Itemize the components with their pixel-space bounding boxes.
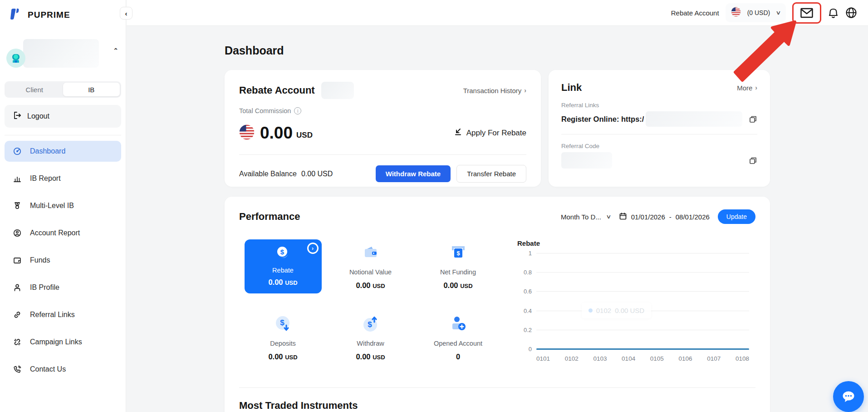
withdraw-rebate-button[interactable]: Withdraw Rebate <box>376 165 451 182</box>
dashboard-icon <box>12 147 22 156</box>
svg-text:$: $ <box>368 320 372 329</box>
metric-unit: USD <box>460 283 472 289</box>
available-balance-label: Available Balance <box>239 170 297 178</box>
transaction-history-link[interactable]: Transaction History › <box>463 87 526 94</box>
dollar-down-arrow-icon: $ <box>273 313 294 334</box>
sidebar-item-dashboard[interactable]: Dashboard <box>5 141 121 162</box>
date-range-select[interactable]: Month To D... ∨ <box>561 213 611 221</box>
y-axis-tick: 0 <box>517 346 532 352</box>
info-icon[interactable]: i <box>294 107 301 114</box>
rebate-card-title: Rebate Account <box>239 84 315 96</box>
sidebar-item-account-report[interactable]: Account Report <box>5 223 121 243</box>
metric-label: Notional Value <box>349 268 392 276</box>
language-globe-icon[interactable] <box>845 7 857 19</box>
link-icon <box>12 310 22 319</box>
metrics-grid: › $ Rebate 0.00 USD <box>239 239 502 366</box>
metric-withdraw[interactable]: $ Withdraw 0.00 USD <box>327 311 414 366</box>
sidebar-item-campaign-links[interactable]: Campaign Links <box>5 332 121 352</box>
brand-name: PUPRIME <box>28 10 70 20</box>
chart-gridline: 0.6 <box>517 291 749 292</box>
sidebar-item-label: Contact Us <box>30 365 66 373</box>
wallet-blue-icon <box>361 242 381 263</box>
sidebar-collapse-button[interactable]: ‹ <box>120 7 132 20</box>
referral-code-label: Referral Code <box>561 143 757 149</box>
mail-icon[interactable] <box>800 7 814 19</box>
sidebar-item-funds[interactable]: Funds <box>5 250 121 271</box>
account-balance-dropdown[interactable]: (0 USD) ∨ <box>726 3 786 22</box>
date-separator: - <box>669 213 672 221</box>
notifications-bell-icon[interactable] <box>828 7 839 19</box>
copy-referral-code-button[interactable] <box>749 156 757 165</box>
sidebar-divider <box>5 135 121 135</box>
section-divider <box>239 387 755 388</box>
apply-for-rebate-link[interactable]: Apply For Rebate <box>454 128 526 139</box>
more-link[interactable]: More › <box>737 84 757 92</box>
metric-value: 0 <box>456 352 460 361</box>
account-balance-value: (0 USD) <box>747 9 770 16</box>
chat-bubble-icon <box>840 388 857 405</box>
gridline <box>536 291 749 292</box>
y-axis-tick: 1 <box>517 250 532 257</box>
chart-gridline: 0 <box>517 349 749 349</box>
medal-icon <box>12 201 22 210</box>
sidebar: PUPRIME ⌃ Client IB Logout <box>0 0 126 412</box>
sidebar-item-referral-links[interactable]: Referral Links <box>5 304 121 325</box>
metric-notional-value[interactable]: Notional Value 0.00 USD <box>327 239 414 298</box>
rebate-account-card: Rebate Account Transaction History › Tot… <box>225 70 541 187</box>
card-divider <box>239 154 526 155</box>
user-expand-icon[interactable]: ⌃ <box>113 47 118 54</box>
toggle-client[interactable]: Client <box>6 83 63 96</box>
metric-label: Deposits <box>270 340 295 347</box>
sidebar-item-label: IB Profile <box>30 283 59 292</box>
x-axis-tick: 0106 <box>679 355 692 362</box>
chevron-down-icon: ∨ <box>775 10 781 16</box>
mail-button-highlight-box[interactable] <box>792 2 821 24</box>
avatar <box>6 49 25 68</box>
metric-value: 0.00 <box>356 352 370 361</box>
metric-value: 0.00 <box>268 278 283 286</box>
user-block[interactable]: ⌃ <box>0 37 126 75</box>
us-flag-icon <box>731 7 741 19</box>
x-axis-tick: 0108 <box>736 355 749 362</box>
account-number-redacted <box>321 82 354 99</box>
live-chat-button[interactable] <box>833 381 864 412</box>
date-range-picker[interactable]: 01/01/2026 - 08/01/2026 <box>619 212 710 222</box>
metric-value: 0.00 <box>356 281 370 289</box>
sidebar-item-ib-report[interactable]: IB Report <box>5 168 121 189</box>
y-axis-tick: 0.6 <box>517 288 532 295</box>
gridline <box>536 330 749 330</box>
chart-gridline: 1 <box>517 253 749 253</box>
metric-net-funding[interactable]: $ Net Funding 0.00 USD <box>414 239 502 298</box>
metric-deposits[interactable]: $ Deposits 0.00 USD <box>239 311 327 366</box>
metric-tile-rebate[interactable]: › $ Rebate 0.00 USD <box>245 239 322 293</box>
most-traded-instruments-title: Most Traded Instruments <box>239 400 755 412</box>
wallet-icon <box>12 256 22 265</box>
broken-link-icon <box>12 338 22 347</box>
atm-deposit-icon: $ <box>448 242 468 263</box>
sidebar-item-contact-us[interactable]: Contact Us <box>5 359 121 380</box>
gridline <box>536 253 749 253</box>
toggle-ib[interactable]: IB <box>63 83 120 96</box>
metric-value: 0.00 <box>268 352 283 361</box>
tooltip-series-dot <box>588 308 593 313</box>
update-button[interactable]: Update <box>718 209 755 224</box>
copy-referral-link-button[interactable] <box>749 115 757 124</box>
sidebar-menu: Dashboard IB Report Multi-Level IB <box>5 141 121 380</box>
add-user-icon <box>448 313 469 334</box>
logout-button[interactable]: Logout <box>5 105 121 128</box>
sidebar-item-ib-profile[interactable]: IB Profile <box>5 277 121 298</box>
x-axis-tick: 0105 <box>650 355 664 362</box>
sidebar-item-multi-level-ib[interactable]: Multi-Level IB <box>5 195 121 216</box>
chevron-right-icon: › <box>524 87 526 94</box>
metric-opened-account[interactable]: Opened Account 0 <box>414 311 502 366</box>
top-header: Rebate Account (0 USD) ∨ <box>127 0 868 26</box>
transfer-rebate-button[interactable]: Transfer Rebate <box>456 165 526 183</box>
tile-chevron-icon[interactable]: › <box>307 243 319 254</box>
more-label: More <box>737 84 752 92</box>
y-axis-tick: 0.2 <box>517 327 532 333</box>
register-online-text: Register Online: https:/ <box>561 115 644 124</box>
metric-unit: USD <box>373 283 385 289</box>
robot-avatar-icon <box>10 52 22 65</box>
collapse-chevron-icon: ‹ <box>125 10 128 17</box>
us-flag-icon <box>239 124 255 142</box>
